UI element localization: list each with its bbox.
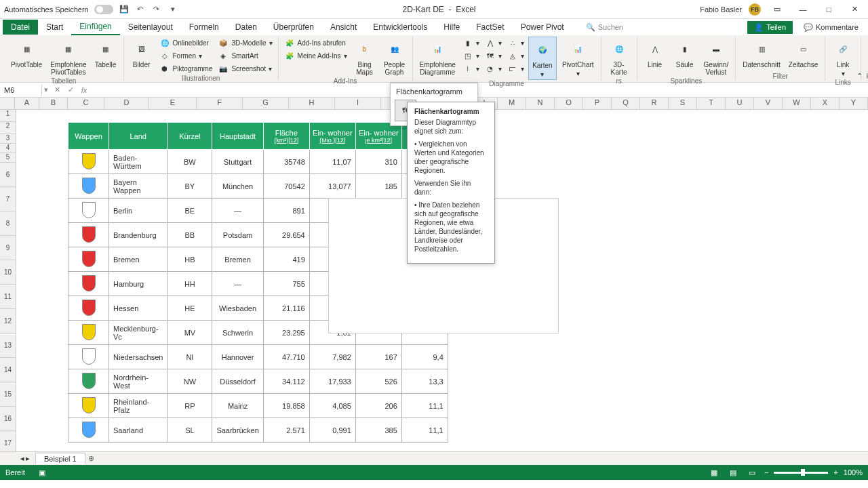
undo-icon[interactable]: ↶ <box>135 4 146 15</box>
chart-combo-button[interactable]: ⫍▾ <box>506 62 526 75</box>
zoom-slider[interactable] <box>774 472 828 474</box>
3dmap-button[interactable]: 🌐3D- Karte <box>606 37 633 77</box>
table-row[interactable]: Nordrhein-West NW Düsseldorf 34.112 17,9… <box>68 369 448 394</box>
cell-haupt[interactable]: — <box>212 199 263 223</box>
cell-flaeche[interactable]: 23.295 <box>263 321 309 345</box>
row-header-6[interactable]: 6 <box>0 163 16 187</box>
cell-ausl[interactable]: 11,1 <box>401 394 448 418</box>
col-header-S[interactable]: S <box>669 98 697 109</box>
tab-daten[interactable]: Daten <box>227 20 265 35</box>
tab-start[interactable]: Start <box>38 20 71 35</box>
chart-stat-button[interactable]: ⁞▾ <box>461 62 481 75</box>
col-header-X[interactable]: X <box>811 98 840 109</box>
cell-ausl[interactable]: 13,3 <box>401 369 448 394</box>
screenshot-button[interactable]: 📷Screenshot ▾ <box>216 62 273 75</box>
chart-pie-button[interactable]: ◔▾ <box>484 62 503 75</box>
shapes-button[interactable]: ◇Formen ▾ <box>158 49 214 62</box>
cell-kuerzel[interactable]: BE <box>167 199 212 223</box>
cell-flaeche[interactable]: 891 <box>263 199 309 223</box>
col-header-R[interactable]: R <box>640 98 669 109</box>
cell-flaeche[interactable]: 755 <box>263 272 309 296</box>
chart-col-button[interactable]: ▮▾ <box>461 37 481 49</box>
pivottable-button[interactable]: ▦PivotTable <box>8 37 45 70</box>
cell-ewk[interactable]: 206 <box>355 394 401 418</box>
cell-haupt[interactable]: Hannover <box>212 345 263 369</box>
th-ew[interactable]: Ein- wohner(Mio.)[12] <box>309 123 355 150</box>
tab-ansicht[interactable]: Ansicht <box>322 20 365 35</box>
cell-land[interactable]: Mecklenburg-Vc <box>109 321 167 345</box>
minimize-icon[interactable]: — <box>793 3 812 16</box>
macro-record-icon[interactable]: ▣ <box>39 468 45 477</box>
zoom-level[interactable]: 100% <box>844 468 863 476</box>
qat-customize-icon[interactable]: ▾ <box>167 4 178 15</box>
row-header-2[interactable]: 2 <box>0 122 16 134</box>
row-header-9[interactable]: 9 <box>0 236 16 260</box>
cell-flaeche[interactable]: 419 <box>263 247 309 272</box>
cell-kuerzel[interactable]: NW <box>167 369 212 394</box>
recommended-pivot-button[interactable]: ▦Empfohlene PivotTables <box>47 37 89 77</box>
th-ewkm[interactable]: Ein- wohnerje km²[12] <box>355 123 401 150</box>
col-header-F[interactable]: F <box>197 98 243 109</box>
table-row[interactable]: Rheinland-Pfalz RP Mainz 19.858 4,085 20… <box>68 394 448 418</box>
share-button[interactable]: 👤 Teilen <box>747 21 793 34</box>
col-header-U[interactable]: U <box>726 98 754 109</box>
row-header-17[interactable]: 17 <box>0 431 16 451</box>
cell-kuerzel[interactable]: BB <box>167 223 212 247</box>
cell-ew[interactable]: 17,933 <box>309 369 355 394</box>
cell-haupt[interactable]: Bremen <box>212 247 263 272</box>
cell-ewk[interactable]: 385 <box>355 418 401 443</box>
cell-flaeche[interactable]: 29.654 <box>263 223 309 247</box>
table-row[interactable]: Baden-Württem BW Stuttgart 35748 11,07 3… <box>68 150 448 174</box>
tab-hilfe[interactable]: Hilfe <box>435 20 468 35</box>
cell-land[interactable]: Rheinland-Pfalz <box>109 394 167 418</box>
cell-kuerzel[interactable]: BW <box>167 150 212 174</box>
table-row[interactable]: Saarland SL Saarbrücken 2.571 0,991 385 … <box>68 418 448 443</box>
cell-flaeche[interactable]: 2.571 <box>263 418 309 443</box>
col-header-T[interactable]: T <box>697 98 726 109</box>
select-all-corner[interactable] <box>0 98 15 109</box>
col-header-E[interactable]: E <box>149 98 197 109</box>
my-addins-button[interactable]: 🧩Meine Add-Ins ▾ <box>283 49 349 62</box>
cell-land[interactable]: Niedersachsen <box>109 345 167 369</box>
col-header-O[interactable]: O <box>555 98 583 109</box>
cell-kuerzel[interactable]: HE <box>167 296 212 321</box>
comment-button[interactable]: 💬Kommentar <box>865 37 868 70</box>
add-sheet-icon[interactable]: ⊕ <box>85 453 98 465</box>
view-pagebreak-icon[interactable]: ▭ <box>745 467 759 478</box>
chart-surf-button[interactable]: ◬▾ <box>506 49 526 62</box>
row-header-10[interactable]: 10 <box>0 260 16 285</box>
autosave-toggle[interactable] <box>94 5 113 14</box>
th-haupt[interactable]: Hauptstadt <box>212 123 263 150</box>
col-header-H[interactable]: H <box>289 98 335 109</box>
maps-button[interactable]: 🌍Karten▾ <box>528 37 557 80</box>
zoom-in-icon[interactable]: + <box>833 468 837 476</box>
cell-land[interactable]: Hessen <box>109 296 167 321</box>
cell-haupt[interactable]: Mainz <box>212 394 263 418</box>
chart-scatter-button[interactable]: ∴▾ <box>506 37 526 49</box>
save-icon[interactable]: 💾 <box>119 4 130 15</box>
col-header-Y[interactable]: Y <box>840 98 868 109</box>
sheet-next-icon[interactable]: ▸ <box>26 454 30 463</box>
cell-ausl[interactable]: 9,4 <box>401 345 448 369</box>
row-header-11[interactable]: 11 <box>0 285 16 309</box>
cell-land[interactable]: Brandenburg <box>109 223 167 247</box>
cell-ew[interactable]: 0,991 <box>309 418 355 443</box>
cell-land[interactable]: Nordrhein-West <box>109 369 167 394</box>
cell-flaeche[interactable]: 34.112 <box>263 369 309 394</box>
col-header-C[interactable]: C <box>68 98 104 109</box>
bing-maps-button[interactable]: bBing Maps <box>351 37 378 77</box>
ribbon-mode-icon[interactable]: ▭ <box>768 3 787 16</box>
th-wappen[interactable]: Wappen <box>68 123 109 150</box>
row-header-1[interactable]: 1 <box>0 110 16 122</box>
sheet-prev-icon[interactable]: ◂ <box>20 454 24 463</box>
tab-seitenlayout[interactable]: Seitenlayout <box>120 20 181 35</box>
cell-land[interactable]: Bremen <box>109 247 167 272</box>
col-header-D[interactable]: D <box>104 98 149 109</box>
row-header-8[interactable]: 8 <box>0 211 16 236</box>
close-icon[interactable]: ✕ <box>845 3 864 16</box>
online-pictures-button[interactable]: 🌐Onlinebilder <box>158 37 214 49</box>
sparkline-col-button[interactable]: ▮Säule <box>671 37 698 70</box>
row-header-14[interactable]: 14 <box>0 358 16 382</box>
sparkline-winloss-button[interactable]: ▬Gewinn/ Verlust <box>701 37 732 77</box>
row-header-5[interactable]: 5 <box>0 153 16 163</box>
